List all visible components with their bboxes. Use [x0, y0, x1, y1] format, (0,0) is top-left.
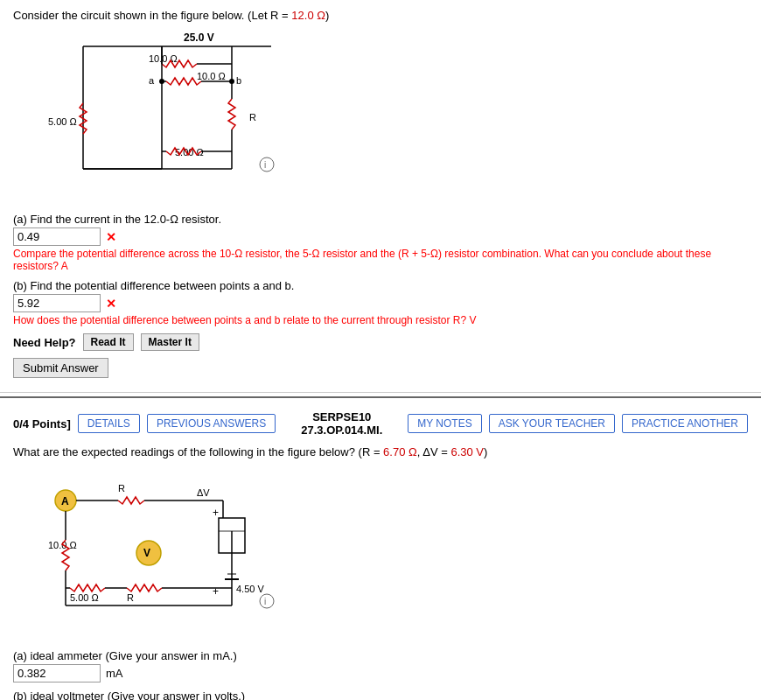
master-it-button[interactable]: Master It — [141, 333, 199, 351]
part-a-hint: Compare the potential difference across … — [13, 248, 748, 272]
svg-point-19 — [260, 158, 274, 172]
problem-id: SERPSE10 27.3.OP.014.MI. — [283, 410, 401, 437]
point-a-label: a — [149, 75, 155, 86]
need-help-row: Need Help? Read It Master It — [13, 333, 748, 351]
circuit-1-area: 25.0 V 10.0 Ω 10.0 Ω a — [13, 29, 748, 204]
details-button[interactable]: DETAILS — [78, 414, 140, 433]
r-var-label: R — [249, 112, 256, 122]
bottom-part-b-block: (b) ideal voltmeter (Give your answer in… — [13, 690, 748, 700]
plus-sign-2: + — [213, 585, 219, 598]
bottom-part-a-label: (a) ideal ammeter (Give your answer in m… — [13, 649, 748, 662]
part-b-input[interactable] — [13, 294, 101, 312]
r-bot2-label: R — [127, 592, 134, 603]
previous-answers-button[interactable]: PREVIOUS ANSWERS — [147, 414, 276, 433]
voltage-label: 25.0 V — [184, 32, 214, 44]
r1-top-label: 10.0 Ω — [149, 53, 178, 64]
bottom-part-a-unit: mA — [106, 667, 123, 680]
problem2-suffix: ) — [484, 445, 487, 458]
info-icon-2[interactable]: i — [264, 597, 266, 606]
problem-text-suffix: ) — [325, 9, 329, 22]
submit-button[interactable]: Submit Answer — [13, 358, 108, 378]
r3-left-label: 5.00 Ω — [48, 116, 77, 127]
bottom-part-a-row: mA — [13, 664, 748, 682]
part-a-answer-row: ✕ — [13, 228, 748, 246]
r-value: 12.0 Ω — [291, 9, 325, 22]
points-label: 0/4 Points] — [13, 417, 71, 430]
part-b-hint: How does the potential difference betwee… — [13, 314, 748, 326]
circuit-svg-1: 25.0 V 10.0 Ω 10.0 Ω a — [13, 29, 311, 204]
read-it-button[interactable]: Read It — [83, 333, 134, 351]
part-a-input[interactable] — [13, 228, 101, 246]
bottom-part-b-label: (b) ideal voltmeter (Give your answer in… — [13, 690, 748, 700]
part-b-block: (b) Find the potential difference betwee… — [13, 279, 748, 326]
plus-sign-1: + — [213, 507, 219, 519]
toolbar: 0/4 Points] DETAILS PREVIOUS ANSWERS SER… — [13, 410, 748, 437]
problem-text-prefix: Consider the circuit shown in the figure… — [13, 9, 291, 22]
part-b-label: (b) Find the potential difference betwee… — [13, 279, 748, 292]
point-a2-label: A — [61, 495, 69, 508]
top-section: Consider the circuit shown in the figure… — [0, 0, 761, 393]
part-b-answer-row: ✕ — [13, 294, 748, 312]
my-notes-button[interactable]: MY NOTES — [408, 414, 481, 433]
ask-teacher-button[interactable]: ASK YOUR TEACHER — [489, 414, 615, 433]
section-divider — [0, 396, 761, 398]
r2-mid-label: 10.0 Ω — [197, 71, 226, 81]
bottom-section: 0/4 Points] DETAILS PREVIOUS ANSWERS SER… — [0, 402, 761, 700]
point-b-label: b — [236, 75, 241, 86]
battery-voltage-label: 4.50 V — [236, 584, 264, 594]
part-a-block: (a) Find the current in the 12.0-Ω resis… — [13, 213, 748, 272]
practice-another-button[interactable]: PRACTICE ANOTHER — [622, 414, 748, 433]
info-icon-1[interactable]: i — [264, 160, 266, 170]
circuit-svg-2: A R ΔV + V — [13, 466, 311, 640]
bottom-part-a-block: (a) ideal ammeter (Give your answer in m… — [13, 649, 748, 682]
delta-v-label: , ΔV = — [417, 445, 451, 458]
svg-point-38 — [260, 594, 274, 608]
circuit-2-area: A R ΔV + V — [13, 466, 748, 640]
r-top2-label: R — [118, 483, 125, 494]
delta-v2-label: ΔV — [197, 487, 210, 498]
part-a-label: (a) Find the current in the 12.0-Ω resis… — [13, 213, 748, 226]
circuit-diagram-2: A R ΔV + V — [13, 466, 311, 640]
problem2-prefix: What are the expected readings of the fo… — [13, 445, 383, 458]
circuit-diagram-1: 25.0 V 10.0 Ω 10.0 Ω a — [13, 29, 311, 204]
problem2-statement: What are the expected readings of the fo… — [13, 445, 748, 458]
problem-statement: Consider the circuit shown in the figure… — [13, 9, 748, 22]
part-b-wrong: ✕ — [106, 297, 116, 311]
submit-row: Submit Answer — [13, 358, 748, 378]
r2-value: 6.70 Ω — [383, 445, 417, 458]
r2-2-label: 5.00 Ω — [70, 592, 99, 603]
bottom-part-a-input[interactable] — [13, 664, 101, 682]
need-help-label: Need Help? — [13, 336, 76, 349]
voltmeter-label: V — [143, 547, 150, 559]
part-a-wrong: ✕ — [106, 230, 116, 244]
delta-v-value: 6.30 V — [450, 445, 484, 458]
